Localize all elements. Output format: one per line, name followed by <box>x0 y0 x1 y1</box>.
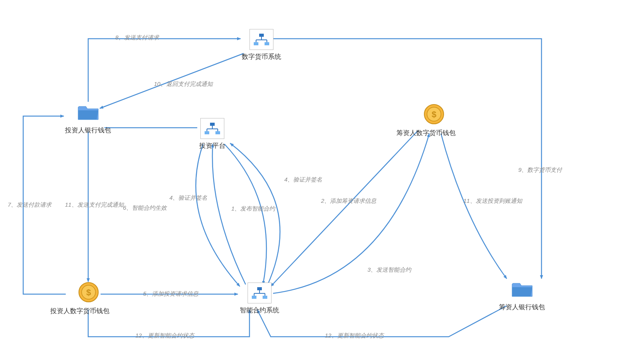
org-chart-icon <box>248 283 272 303</box>
node-label: 智能合约系统 <box>240 306 279 315</box>
edge-label-11b: 11、发送投资到账通知 <box>463 197 522 205</box>
edge-label-5: 5、添加投资请求信息 <box>143 290 198 298</box>
node-investment-platform: 投资平台 <box>199 118 225 150</box>
node-label: 投资人数字货币钱包 <box>50 307 109 315</box>
node-digital-currency-system: 数字货币系统 <box>242 29 281 61</box>
folder-icon <box>511 279 534 300</box>
svg-rect-20 <box>257 287 262 290</box>
node-fundraiser-bank-wallet: 筹资人银行钱包 <box>499 279 545 312</box>
node-investor-bank-wallet: 投资人银行钱包 <box>65 103 111 135</box>
node-label: 数字货币系统 <box>242 52 281 61</box>
edge-label-2: 2、添加筹资请求信息 <box>321 197 376 205</box>
node-label: 筹资人数字货币钱包 <box>396 128 456 137</box>
svg-text:$: $ <box>86 288 91 297</box>
coin-icon: $ <box>424 104 444 125</box>
svg-rect-13 <box>215 131 220 134</box>
edge-label-8: 8、发送支付请求 <box>115 34 159 41</box>
edge-label-3: 3、发送智能合约 <box>367 266 411 274</box>
org-chart-icon <box>249 29 273 50</box>
node-fundraiser-digital-wallet: $ 筹资人数字货币钱包 <box>412 104 456 137</box>
node-investor-digital-wallet: $ 投资人数字货币钱包 <box>68 282 109 315</box>
edge-label-7: 7、发送付款请求 <box>8 201 51 209</box>
edge-label-9: 9、数字货币支付 <box>518 166 562 174</box>
node-smart-contract-system: 智能合约系统 <box>240 283 279 315</box>
edge-label-12a: 12、更新智能合约状态 <box>135 332 194 339</box>
folder-icon <box>77 103 100 123</box>
org-chart-icon <box>200 118 224 139</box>
svg-rect-5 <box>254 42 258 45</box>
node-label: 投资人银行钱包 <box>65 126 111 135</box>
edge-label-1: 1、发布智能合约 <box>231 205 275 212</box>
node-label: 筹资人银行钱包 <box>499 303 545 312</box>
svg-rect-26 <box>263 296 267 299</box>
svg-rect-0 <box>259 34 264 37</box>
node-label: 投资平台 <box>199 141 225 150</box>
svg-rect-12 <box>205 131 209 134</box>
edge-label-10: 10、返回支付完成通知 <box>154 81 213 88</box>
edge-label-11a: 11、发送支付完成通知 <box>65 201 124 209</box>
svg-rect-25 <box>252 296 256 299</box>
coin-icon: $ <box>78 282 99 303</box>
svg-rect-6 <box>265 42 269 45</box>
edge-label-4a: 4、验证并签名 <box>169 194 207 202</box>
edge-label-6: 6、智能合约生效 <box>123 204 167 212</box>
svg-rect-7 <box>210 123 215 126</box>
edge-label-12b: 12、更新智能合约状态 <box>325 332 384 339</box>
edge-label-4b: 4、验证并签名 <box>284 176 322 183</box>
svg-text:$: $ <box>431 110 436 119</box>
